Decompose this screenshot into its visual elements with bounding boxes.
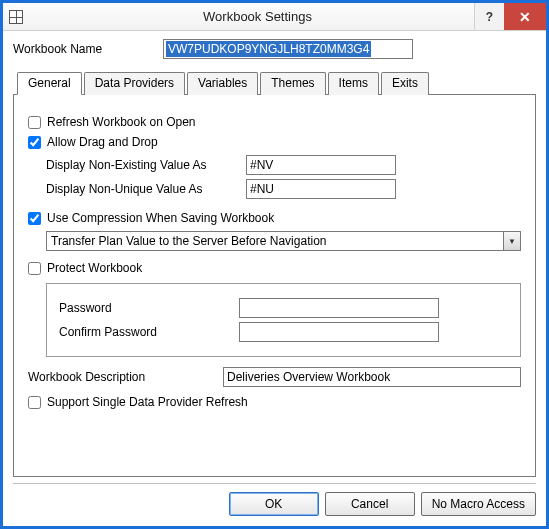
non-existing-label: Display Non-Existing Value As xyxy=(46,158,246,172)
title-bar: Workbook Settings ? ✕ xyxy=(3,3,546,31)
password-input[interactable] xyxy=(239,298,439,318)
grid-icon xyxy=(9,10,23,24)
tab-data-providers[interactable]: Data Providers xyxy=(84,72,185,95)
non-unique-row: Display Non-Unique Value As xyxy=(46,179,521,199)
tab-strip: General Data Providers Variables Themes … xyxy=(13,71,536,94)
non-unique-input[interactable] xyxy=(246,179,396,199)
protect-workbook-checkbox[interactable] xyxy=(28,262,41,275)
confirm-password-label: Confirm Password xyxy=(59,325,239,339)
close-button[interactable]: ✕ xyxy=(504,3,546,30)
refresh-on-open-label: Refresh Workbook on Open xyxy=(47,115,196,129)
protect-workbook-label: Protect Workbook xyxy=(47,261,142,275)
refresh-on-open-checkbox[interactable] xyxy=(28,116,41,129)
protect-workbook-row: Protect Workbook xyxy=(28,261,521,275)
allow-drag-drop-row: Allow Drag and Drop xyxy=(28,135,521,149)
tab-general[interactable]: General xyxy=(17,72,82,95)
password-label: Password xyxy=(59,301,239,315)
allow-drag-drop-label: Allow Drag and Drop xyxy=(47,135,158,149)
help-button[interactable]: ? xyxy=(474,3,504,30)
window-controls: ? ✕ xyxy=(474,3,546,30)
use-compression-checkbox[interactable] xyxy=(28,212,41,225)
workbook-name-label: Workbook Name xyxy=(13,42,163,56)
non-existing-input[interactable] xyxy=(246,155,396,175)
confirm-password-input[interactable] xyxy=(239,322,439,342)
tab-exits[interactable]: Exits xyxy=(381,72,429,95)
chevron-down-icon: ▼ xyxy=(503,232,520,250)
cancel-button[interactable]: Cancel xyxy=(325,492,415,516)
tab-themes[interactable]: Themes xyxy=(260,72,325,95)
workbook-name-value: VW7PUDKOP9YNGJLH8TZ0MM3G4 xyxy=(166,41,371,57)
dialog-footer: OK Cancel No Macro Access xyxy=(3,484,546,526)
workbook-name-row: Workbook Name VW7PUDKOP9YNGJLH8TZ0MM3G4 xyxy=(13,39,536,59)
workbook-name-input[interactable]: VW7PUDKOP9YNGJLH8TZ0MM3G4 xyxy=(163,39,413,59)
use-compression-label: Use Compression When Saving Workbook xyxy=(47,211,274,225)
description-label: Workbook Description xyxy=(28,370,223,384)
description-row: Workbook Description xyxy=(28,367,521,387)
support-single-label: Support Single Data Provider Refresh xyxy=(47,395,248,409)
password-row: Password xyxy=(59,298,508,318)
support-single-row: Support Single Data Provider Refresh xyxy=(28,395,521,409)
app-icon xyxy=(3,3,29,30)
use-compression-row: Use Compression When Saving Workbook xyxy=(28,211,521,225)
transfer-plan-value: Transfer Plan Value to the Server Before… xyxy=(47,232,503,250)
refresh-on-open-row: Refresh Workbook on Open xyxy=(28,115,521,129)
non-unique-label: Display Non-Unique Value As xyxy=(46,182,246,196)
content-area: Workbook Name VW7PUDKOP9YNGJLH8TZ0MM3G4 … xyxy=(3,31,546,483)
non-existing-row: Display Non-Existing Value As xyxy=(46,155,521,175)
ok-button[interactable]: OK xyxy=(229,492,319,516)
tab-panel-general: Refresh Workbook on Open Allow Drag and … xyxy=(13,94,536,477)
transfer-plan-select[interactable]: Transfer Plan Value to the Server Before… xyxy=(46,231,521,251)
no-macro-access-button[interactable]: No Macro Access xyxy=(421,492,536,516)
tab-variables[interactable]: Variables xyxy=(187,72,258,95)
password-group: Password Confirm Password xyxy=(46,283,521,357)
tab-items[interactable]: Items xyxy=(328,72,379,95)
transfer-plan-row: Transfer Plan Value to the Server Before… xyxy=(46,231,521,251)
description-input[interactable] xyxy=(223,367,521,387)
confirm-password-row: Confirm Password xyxy=(59,322,508,342)
support-single-checkbox[interactable] xyxy=(28,396,41,409)
allow-drag-drop-checkbox[interactable] xyxy=(28,136,41,149)
window-title: Workbook Settings xyxy=(29,3,546,30)
